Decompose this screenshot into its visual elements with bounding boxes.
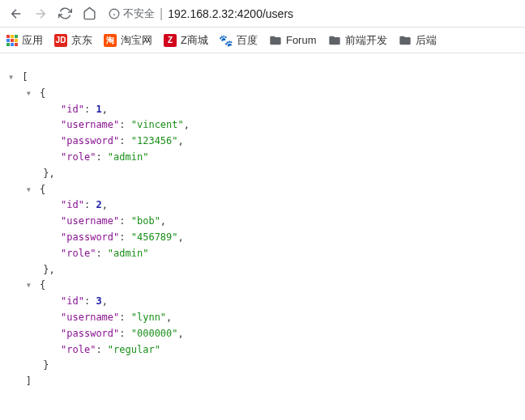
json-object-open: ▾ { [8,182,517,198]
json-prop-id: "id": 2, [8,197,517,214]
zmall-icon: Z [164,34,177,47]
arrow-left-icon [9,6,23,21]
jd-icon: JD [54,34,67,47]
bookmark-label: 淘宝网 [121,33,152,48]
bookmark-forum[interactable]: Forum [269,34,317,47]
bookmark-frontend[interactable]: 前端开发 [328,33,387,48]
json-object-close: }, [8,262,517,278]
bookmark-zmall[interactable]: Z Z商城 [164,33,208,48]
forward-button[interactable] [31,4,50,23]
caret-icon[interactable]: ▾ [8,70,16,86]
bookmark-label: 后端 [416,33,437,48]
home-icon [83,6,96,20]
caret-icon[interactable]: ▾ [26,182,34,198]
json-prop-role: "role": "regular" [8,342,517,358]
json-prop-id: "id": 3, [8,294,517,310]
json-object-open: ▾ { [8,278,517,294]
json-prop-username: "username": "vincent", [8,117,517,134]
bookmark-label: Z商城 [181,33,208,48]
json-array-open: ▾ [ [8,70,517,86]
bookmark-baidu[interactable]: 🐾 百度 [220,33,258,48]
bookmark-label: 京东 [71,33,92,48]
json-viewer: ▾ [ ▾ { "id": 1, "username": "vincent", … [0,53,525,406]
reload-icon [58,6,72,20]
caret-icon[interactable]: ▾ [26,278,34,294]
insecure-label: 不安全 [123,6,155,21]
arrow-right-icon [33,6,48,21]
json-prop-role: "role": "admin" [8,150,517,166]
json-prop-username: "username": "lynn", [8,310,517,326]
home-button[interactable] [79,4,99,23]
security-indicator[interactable]: 不安全 [109,6,155,21]
reload-button[interactable] [55,4,75,23]
folder-icon [269,34,282,47]
folder-icon [399,34,412,47]
json-prop-id: "id": 1, [8,102,517,118]
json-object-close: } [8,358,517,374]
bookmark-label: Forum [286,34,317,46]
bookmark-taobao[interactable]: 淘 淘宝网 [104,33,152,48]
taobao-icon: 淘 [104,34,117,47]
json-prop-username: "username": "bob", [8,214,517,230]
bookmark-label: 前端开发 [345,33,387,48]
bookmark-label: 百度 [237,33,258,48]
bookmark-jd[interactable]: JD 京东 [54,33,92,48]
json-prop-password: "password": "456789", [8,230,517,246]
bookmarks-bar: 应用 JD 京东 淘 淘宝网 Z Z商城 🐾 百度 Forum 前端开发 后端 [0,28,525,53]
apps-button[interactable]: 应用 [6,33,43,48]
json-prop-password: "password": "000000", [8,326,517,342]
info-icon [109,8,120,19]
json-prop-role: "role": "admin" [8,246,517,262]
bookmark-backend[interactable]: 后端 [399,33,437,48]
apps-label: 应用 [22,33,43,48]
caret-icon[interactable]: ▾ [26,86,34,102]
json-array-close: ] [8,374,517,390]
baidu-icon: 🐾 [220,34,233,47]
browser-toolbar: 不安全 | 192.168.2.32:4200/users [0,0,525,28]
apps-icon [6,35,18,46]
json-object-open: ▾ { [8,86,517,102]
back-button[interactable] [6,4,26,23]
address-bar[interactable]: 不安全 | 192.168.2.32:4200/users [109,6,519,21]
url-text: 192.168.2.32:4200/users [168,7,293,20]
json-prop-password: "password": "123456", [8,134,517,150]
folder-icon [328,34,341,47]
json-object-close: }, [8,166,517,182]
